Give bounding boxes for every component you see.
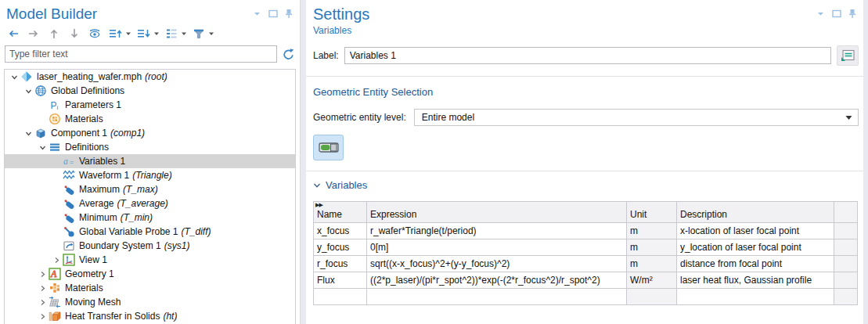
tree-item-variables-1[interactable]: a=Variables 1: [5, 154, 295, 168]
tree-item-materials[interactable]: Materials: [5, 112, 295, 126]
active-selection-toggle-button[interactable]: [313, 135, 344, 160]
cell-description[interactable]: laser heat flux, Gaussian profile: [677, 272, 834, 289]
chevron-down-icon[interactable]: [252, 9, 262, 19]
restore-icon[interactable]: [831, 9, 841, 19]
probe-icon: [63, 197, 75, 210]
column-header-expression[interactable]: Expression: [367, 202, 627, 223]
tree-item-moving-mesh[interactable]: Moving Mesh: [5, 295, 295, 309]
cell-extra: [834, 239, 858, 256]
expand-arrow-icon[interactable]: [36, 296, 49, 308]
tree-item-geometry-1[interactable]: AGeometry 1: [5, 267, 295, 281]
mph-root-icon: [20, 70, 33, 83]
tree-item-tag: (comp1): [110, 128, 145, 139]
arrow-left-button[interactable]: [5, 27, 22, 41]
collapse-list-button[interactable]: [135, 27, 153, 41]
cell-empty[interactable]: [367, 289, 627, 305]
tree-item-minimum[interactable]: Minimum(T_min): [5, 211, 295, 225]
model-tree-node-button[interactable]: [163, 27, 180, 41]
model-tree-node-icon: [165, 27, 178, 40]
expand-arrow-icon[interactable]: [50, 254, 63, 266]
cell-expression[interactable]: ((2*p_laser)/(pi*r_spot^2))*exp(-(2*r_fo…: [367, 272, 627, 289]
tree-item-materials[interactable]: Materials: [5, 281, 295, 295]
expand-arrow-icon[interactable]: [36, 268, 49, 280]
cell-expression[interactable]: r_wafer*Triangle(t/period): [367, 223, 627, 239]
cell-name[interactable]: x_focus: [314, 223, 367, 239]
cell-expression[interactable]: sqrt((x-x_focus)^2+(y-y_focus)^2): [367, 256, 627, 272]
arrow-left-icon: [7, 27, 20, 40]
tree-item-label: Maximum: [79, 184, 120, 195]
tree-item-maximum[interactable]: Maximum(T_max): [5, 182, 295, 196]
expander-spacer: [50, 225, 63, 238]
arrow-right-button[interactable]: [25, 27, 42, 41]
arrow-up-button[interactable]: [45, 27, 63, 41]
pin-icon[interactable]: [847, 9, 857, 19]
tree-item-boundary-system-1[interactable]: Boundary System 1(sys1): [5, 239, 295, 253]
dropdown-caret-icon[interactable]: [181, 31, 187, 36]
column-header-unit[interactable]: Unit: [627, 202, 677, 223]
cell-name[interactable]: r_focus: [314, 256, 367, 272]
cell-unit[interactable]: m: [627, 223, 677, 239]
expand-arrow-icon[interactable]: [36, 310, 49, 322]
tree-item-laser-heating-wafer-mph[interactable]: laser_heating_wafer.mph(root): [5, 70, 295, 84]
filter-row: [0, 43, 300, 67]
cell-unit[interactable]: W/m²: [627, 272, 677, 289]
tree-filter-input[interactable]: [5, 45, 277, 63]
cell-empty[interactable]: [314, 289, 367, 305]
variables-section-header[interactable]: Variables: [313, 179, 859, 191]
dropdown-caret-icon[interactable]: [208, 31, 214, 36]
cell-name[interactable]: Flux: [314, 272, 367, 289]
tree-item-component-1[interactable]: Component 1(comp1): [5, 126, 295, 140]
column-header-description[interactable]: Description: [677, 202, 834, 223]
tree-item-label: Variables 1: [79, 156, 125, 167]
tree-item-definitions[interactable]: Definitions: [5, 140, 295, 154]
cell-description[interactable]: distance from focal point: [677, 256, 834, 272]
cell-name[interactable]: y_focus: [314, 239, 367, 256]
label-input[interactable]: [344, 47, 831, 64]
tree-item-global-variable-probe-1[interactable]: Global Variable Probe 1(T_diff): [5, 225, 295, 239]
refresh-icon[interactable]: [282, 48, 295, 61]
collapse-arrow-icon[interactable]: [22, 127, 34, 139]
dropdown-caret-icon[interactable]: [153, 31, 160, 36]
cell-unit[interactable]: m: [627, 239, 677, 256]
expand-list-button[interactable]: [106, 27, 124, 41]
cell-description[interactable]: x-location of laser focal point: [677, 223, 834, 239]
tree-item-heat-transfer-in-solids[interactable]: Heat Transfer in Solids(ht): [5, 309, 295, 323]
tree-item-waveform-1[interactable]: Waveform 1(Triangle): [5, 168, 295, 182]
cell-unit[interactable]: m: [627, 256, 677, 272]
settings-subtitle: Variables: [306, 23, 863, 45]
collapse-arrow-icon[interactable]: [36, 141, 49, 153]
probe-icon: [63, 183, 75, 196]
tree-item-label: Minimum: [79, 212, 117, 223]
tree-item-tag: (sys1): [164, 240, 190, 251]
tree-item-tag: (T_min): [121, 212, 153, 223]
collapse-chevron-icon[interactable]: [313, 182, 321, 189]
cell-empty[interactable]: [677, 289, 834, 305]
dropdown-caret-icon[interactable]: [125, 31, 131, 36]
restore-icon[interactable]: [268, 9, 278, 19]
model-builder-header: Model Builder: [0, 0, 300, 23]
show-icon: [88, 27, 101, 40]
tree-item-average[interactable]: Average(T_average): [5, 196, 295, 211]
expand-arrow-icon[interactable]: [36, 282, 49, 294]
cell-expression[interactable]: 0[m]: [367, 239, 627, 256]
cell-description[interactable]: y_location of laser focal point: [677, 239, 834, 256]
filter-funnel-button[interactable]: [190, 27, 207, 41]
arrow-down-button[interactable]: [66, 27, 83, 41]
tree-item-parameters-1[interactable]: PiParameters 1: [5, 98, 295, 112]
collapse-arrow-icon[interactable]: [8, 70, 20, 83]
cell-empty[interactable]: [627, 289, 677, 305]
collapse-arrow-icon[interactable]: [22, 85, 34, 97]
pin-icon[interactable]: [283, 9, 294, 19]
column-header-name[interactable]: ▶▶Name: [314, 202, 367, 223]
show-button[interactable]: [86, 27, 103, 41]
expander-spacer: [50, 211, 63, 224]
table-row-empty: [314, 289, 858, 305]
geometric-entity-level-select[interactable]: Entire model: [414, 109, 859, 126]
cell-empty: [834, 289, 858, 305]
svg-text:P: P: [51, 100, 57, 111]
model-builder-window-controls: [252, 5, 294, 19]
rename-note-button[interactable]: [837, 45, 859, 66]
tree-item-global-definitions[interactable]: Global Definitions: [5, 84, 295, 98]
tree-item-view-1[interactable]: View 1: [5, 253, 295, 267]
chevron-down-icon[interactable]: [816, 9, 826, 19]
